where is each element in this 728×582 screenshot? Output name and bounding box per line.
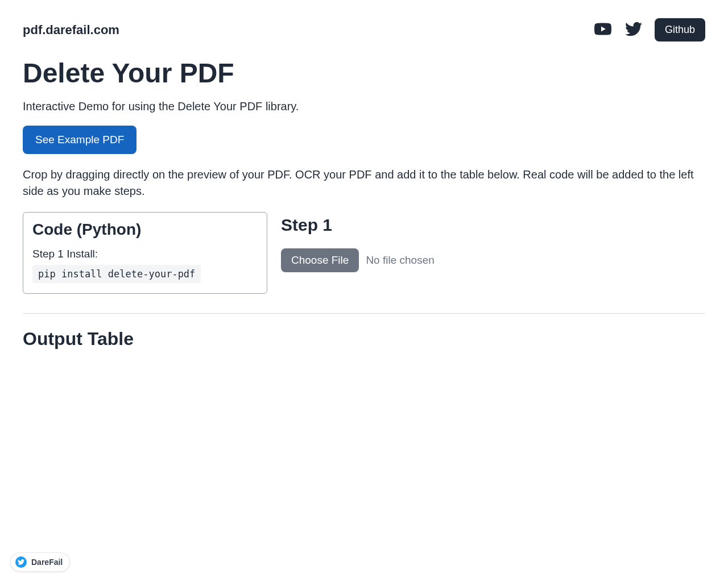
step-title: Step 1 bbox=[281, 215, 705, 235]
code-snippet: pip install delete-your-pdf bbox=[32, 265, 201, 283]
code-step-label: Step 1 Install: bbox=[32, 248, 258, 260]
badge-text: DareFail bbox=[31, 558, 63, 567]
description-text: Crop by dragging directly on the preview… bbox=[23, 167, 705, 199]
twitter-icon[interactable] bbox=[624, 20, 643, 40]
code-panel: Code (Python) Step 1 Install: pip instal… bbox=[23, 212, 267, 294]
see-example-button[interactable]: See Example PDF bbox=[23, 126, 136, 154]
output-table-title: Output Table bbox=[23, 329, 705, 350]
two-column-layout: Code (Python) Step 1 Install: pip instal… bbox=[23, 212, 705, 294]
github-button[interactable]: Github bbox=[655, 18, 705, 41]
file-input-row: Choose File No file chosen bbox=[281, 248, 705, 272]
brand-link[interactable]: pdf.darefail.com bbox=[23, 23, 119, 38]
choose-file-button[interactable]: Choose File bbox=[281, 248, 359, 272]
header: pdf.darefail.com Github bbox=[23, 18, 705, 41]
divider bbox=[23, 313, 705, 314]
code-panel-title: Code (Python) bbox=[32, 221, 258, 239]
youtube-icon[interactable] bbox=[593, 20, 613, 40]
credit-badge[interactable]: DareFail bbox=[10, 552, 70, 572]
file-status-text: No file chosen bbox=[366, 254, 434, 267]
page-subtitle: Interactive Demo for using the Delete Yo… bbox=[23, 100, 705, 113]
page-title: Delete Your PDF bbox=[23, 57, 705, 89]
twitter-badge-icon bbox=[15, 556, 27, 568]
header-right: Github bbox=[593, 18, 705, 41]
step-panel: Step 1 Choose File No file chosen bbox=[281, 212, 705, 294]
